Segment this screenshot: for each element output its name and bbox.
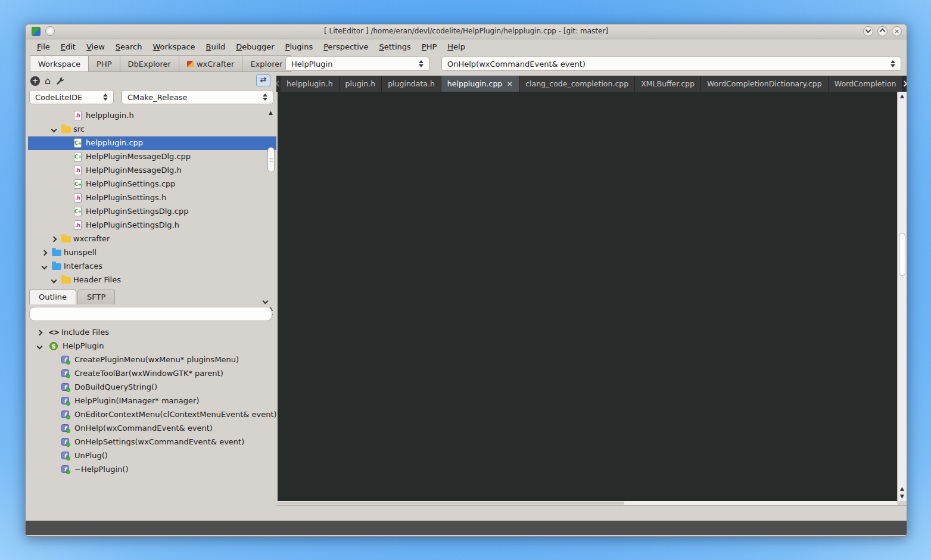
home-icon[interactable]: ⌂ [45,76,51,86]
menu-build[interactable]: Build [201,41,231,53]
tab-sftp[interactable]: SFTP [77,290,115,304]
tree-item-src[interactable]: src [28,123,276,136]
close-button[interactable]: × [892,26,902,36]
editor-horizontal-scrollbar[interactable] [278,501,897,505]
outline-item-label: OnEditorContextMenu(clContextMenuEvent& … [74,410,277,419]
menu-debugger[interactable]: Debugger [231,41,279,53]
editor-tab-wordcompletiondictionary-cpp[interactable]: WordCompletionDictionary.cpp [701,76,829,92]
wrench-icon[interactable] [55,76,65,86]
add-icon[interactable]: + [30,76,40,86]
swap-panes-button[interactable]: ⇄ [256,74,270,86]
tree-item-helppluginsettings-h[interactable]: .hHelpPluginSettings.h [28,191,276,205]
expander-down-icon[interactable] [51,278,57,284]
menu-settings[interactable]: Settings [373,41,416,53]
maximize-button[interactable] [877,26,888,36]
tree-item-helpplugin-cpp[interactable]: C+helpplugin.cpp [28,136,276,150]
perspective-tab-dbexplorer[interactable]: DbExplorer [120,55,179,72]
minimize-button[interactable] [863,26,873,36]
editor-tab-bar: helpplugin.hplugin.hplugindata.hhelpplug… [276,76,907,92]
menu-workspace[interactable]: Workspace [148,41,201,53]
scrollbar-thumb[interactable] [267,147,275,172]
editor-tab-label: clang_code_completion.cpp [525,79,628,88]
active-project-combo[interactable]: HelpPlugin [285,57,429,71]
perspective-tab-label: wxCrafter [197,60,235,69]
perspective-tab-workspace[interactable]: Workspace [30,55,89,72]
outline-item-helpplugin-imanager-manager[interactable]: fHelpPlugin(IManager* manager) [28,394,276,408]
outline-dropdown-icon[interactable] [263,298,269,304]
outline-item-createtoolbar-wxwindowgtk-parent[interactable]: fCreateToolBar(wxWindowGTK* parent) [28,367,276,381]
menu-file[interactable]: File [32,41,55,53]
tab-outline[interactable]: Outline [29,290,76,304]
expander-down-icon[interactable] [42,264,48,270]
scroll-down-icon[interactable]: ▼ [900,494,904,499]
editor-tab-wordcompletion[interactable]: WordCompletion [829,76,903,92]
outline-item-unplug[interactable]: fUnPlug() [28,449,276,463]
menu-php[interactable]: PHP [416,41,442,53]
tree-item-helppluginsettings-cpp[interactable]: C+HelpPluginSettings.cpp [28,178,276,191]
menu-perspective[interactable]: Perspective [318,41,373,53]
scroll-up-icon[interactable]: ▲ [900,94,904,99]
tree-scrollbar[interactable]: ▲ ▲ ▼ [267,110,275,319]
scroll-up-icon[interactable]: ▲ [269,110,273,116]
codelite-window: [ LiteEditor ] /home/eran/devl/codelite/… [25,24,907,537]
expander-down-icon[interactable] [37,344,43,350]
menu-edit[interactable]: Edit [55,41,81,53]
outline-item-onhelpsettings-wxcommandevent-event[interactable]: fOnHelpSettings(wxCommandEvent& event) [28,435,276,449]
tree-item-label: helpplugin.h [86,111,134,120]
tree-item-helpplugin-h[interactable]: .hhelpplugin.h [28,109,276,123]
window-title: [ LiteEditor ] /home/eran/devl/codelite/… [26,27,907,35]
title-bar[interactable]: [ LiteEditor ] /home/eran/devl/codelite/… [26,24,907,39]
outline-item-label: OnHelpSettings(wxCommandEvent& event) [74,437,244,446]
combo-arrows-icon [890,60,895,67]
editor-tab-plugin-h[interactable]: plugin.h [340,76,382,92]
folder-icon [52,250,61,256]
tree-item-label: HelpPluginSettingsDlg.cpp [86,207,188,216]
scope-combo[interactable]: OnHelp(wxCommandEvent& event) [441,57,901,71]
menu-help[interactable]: Help [442,41,471,53]
close-tab-icon[interactable]: × [506,81,513,87]
tree-item-helppluginsettingsdlg-h[interactable]: .hHelpPluginSettingsDlg.h [28,219,276,232]
perspective-tab-wxcrafter[interactable]: wxCrafter [179,55,243,72]
editor-tab-clang-code-completion-cpp[interactable]: clang_code_completion.cpp [519,76,635,92]
perspective-tab-explorer[interactable]: Explorer [242,55,291,72]
expander-right-icon[interactable] [42,250,48,256]
outline-item-createpluginmenu-wxmenu-pluginsmenu[interactable]: fCreatePluginMenu(wxMenu* pluginsMenu) [28,353,276,367]
tab-scroll-left[interactable] [276,76,281,92]
editor-tab-label: plugin.h [345,79,376,88]
editor-tab-xmlbuffer-cpp[interactable]: XMLBuffer.cpp [635,76,701,92]
outline-search-input[interactable] [29,307,272,321]
scrollbar-thumb[interactable] [278,502,624,505]
chevron-right-icon[interactable] [902,81,907,87]
tree-item-helppluginmessagedlg-h[interactable]: .hHelpPluginMessageDlg.h [28,164,276,178]
expander-right-icon[interactable] [37,330,43,336]
editor-tab-helpplugin-cpp[interactable]: helpplugin.cpp× [441,76,519,92]
tree-item-interfaces[interactable]: Interfaces [28,260,276,273]
outline-item-include-files[interactable]: <>Include Files [28,326,276,340]
outline-item-dobuildquerystring[interactable]: fDoBuildQueryString() [28,381,276,394]
outline-item-onhelp-wxcommandevent-event[interactable]: fOnHelp(wxCommandEvent& event) [28,422,276,435]
editor-tab-plugindata-h[interactable]: plugindata.h [382,76,441,92]
editor-vertical-scrollbar[interactable]: ▲ ▲ ▼ [897,92,907,501]
scroll-up-icon[interactable]: ▲ [900,486,904,491]
menu-view[interactable]: View [81,41,110,53]
tree-item-wxcrafter[interactable]: wxcrafter [28,232,276,246]
workspace-type-combo[interactable]: CodeLiteIDE [29,90,114,104]
menu-search[interactable]: Search [110,41,148,53]
perspective-tab-php[interactable]: PHP [88,55,120,72]
expander-right-icon[interactable] [51,237,57,242]
header-file-icon: .h [74,111,82,120]
outline-item-label: HelpPlugin(IManager* manager) [74,396,199,405]
tree-item-hunspell[interactable]: hunspell [28,246,276,260]
tree-item-header-files[interactable]: Header Files [28,273,276,287]
scrollbar-thumb[interactable] [899,233,905,276]
code-editor[interactable] [278,92,897,501]
outline-item-helpplugin[interactable]: f~HelpPlugin() [28,463,276,477]
outline-item-oneditorcontextmenu-clcontextmenuevent-event[interactable]: fOnEditorContextMenu(clContextMenuEvent&… [28,408,276,422]
tree-item-helppluginmessagedlg-cpp[interactable]: C+HelpPluginMessageDlg.cpp [28,150,276,164]
outline-item-helpplugin[interactable]: SHelpPlugin [28,340,276,353]
menu-plugins[interactable]: Plugins [280,41,319,53]
expander-down-icon[interactable] [51,127,57,133]
build-config-combo[interactable]: CMake_Release [122,90,273,104]
editor-tab-helpplugin-h[interactable]: helpplugin.h [281,76,340,92]
tree-item-helppluginsettingsdlg-cpp[interactable]: C+HelpPluginSettingsDlg.cpp [28,205,276,219]
